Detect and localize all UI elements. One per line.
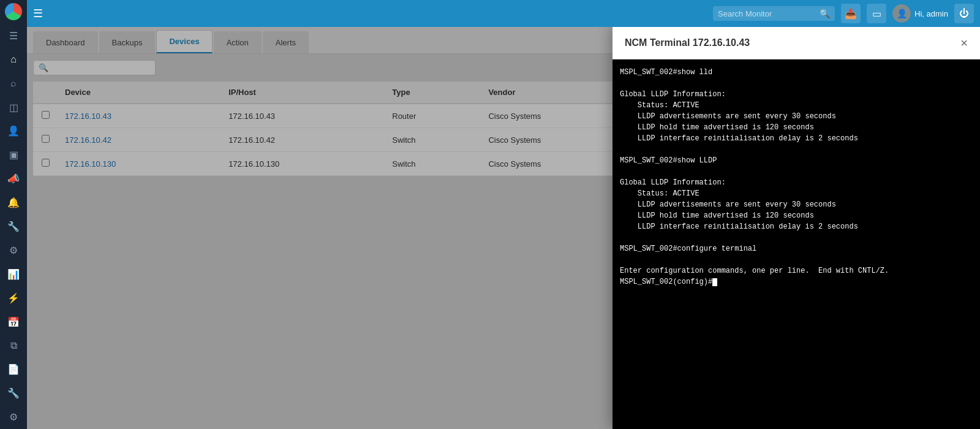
user-info: 👤 Hi, admin	[892, 4, 948, 23]
notifications-button[interactable]: 📥	[841, 4, 861, 23]
terminal[interactable]: MSPL_SWT_002#show lld Global LLDP Inform…	[612, 59, 980, 429]
layers-icon[interactable]: ◫	[0, 96, 27, 120]
modal-overlay: NCM Terminal 172.16.10.43 × MSPL_SWT_002…	[27, 27, 980, 429]
megaphone-icon[interactable]: 📣	[0, 167, 27, 191]
search-topbar-icon: 🔍	[820, 9, 830, 18]
logo	[0, 0, 27, 24]
topbar-right: 🔍 📥 ▭ 👤 Hi, admin ⏻	[713, 4, 974, 23]
main-wrapper: ☰ 🔍 📥 ▭ 👤 Hi, admin ⏻ Dashboard Backups …	[27, 0, 980, 429]
user-greeting: Hi, admin	[914, 9, 948, 18]
content-area: Dashboard Backups Devices Action Alerts …	[27, 27, 980, 429]
avatar: 👤	[892, 4, 911, 23]
users-icon[interactable]: 👤	[0, 119, 27, 143]
topbar: ☰ 🔍 📥 ▭ 👤 Hi, admin ⏻	[27, 0, 980, 27]
menu-toggle[interactable]: ☰	[33, 7, 43, 20]
copy-icon[interactable]: ⧉	[0, 333, 27, 357]
logo-circle	[5, 3, 22, 20]
settings-icon[interactable]: ⚙	[0, 405, 27, 429]
search-input[interactable]	[718, 9, 816, 18]
wrench-icon[interactable]: 🔧	[0, 214, 27, 238]
modal-title: NCM Terminal 172.16.10.43	[625, 37, 750, 48]
tool2-icon[interactable]: 🔧	[0, 381, 27, 405]
search-container[interactable]: 🔍	[713, 6, 835, 21]
monitor-icon[interactable]: ▣	[0, 143, 27, 167]
search-sidebar-icon[interactable]: ⌕	[0, 72, 27, 96]
home-icon[interactable]: ⌂	[0, 48, 27, 72]
modal-close-button[interactable]: ×	[960, 37, 968, 49]
ncm-terminal-modal: NCM Terminal 172.16.10.43 × MSPL_SWT_002…	[612, 27, 980, 429]
modal-header: NCM Terminal 172.16.10.43 ×	[612, 27, 980, 59]
chart-icon[interactable]: 📊	[0, 262, 27, 286]
topbar-left: ☰	[33, 7, 43, 20]
calendar-icon[interactable]: 📅	[0, 310, 27, 334]
bell-icon[interactable]: 🔔	[0, 191, 27, 214]
gear-icon[interactable]: ⚙	[0, 238, 27, 262]
doc-icon[interactable]: 📄	[0, 357, 27, 381]
power-button[interactable]: ⏻	[954, 4, 974, 23]
bolt-icon[interactable]: ⚡	[0, 286, 27, 310]
apps-button[interactable]: ▭	[867, 4, 886, 23]
hamburger-icon[interactable]: ☰	[0, 24, 27, 48]
sidebar: ☰ ⌂ ⌕ ◫ 👤 ▣ 📣 🔔 🔧 ⚙ 📊 ⚡ 📅 ⧉ 📄 🔧 ⚙	[0, 0, 27, 429]
